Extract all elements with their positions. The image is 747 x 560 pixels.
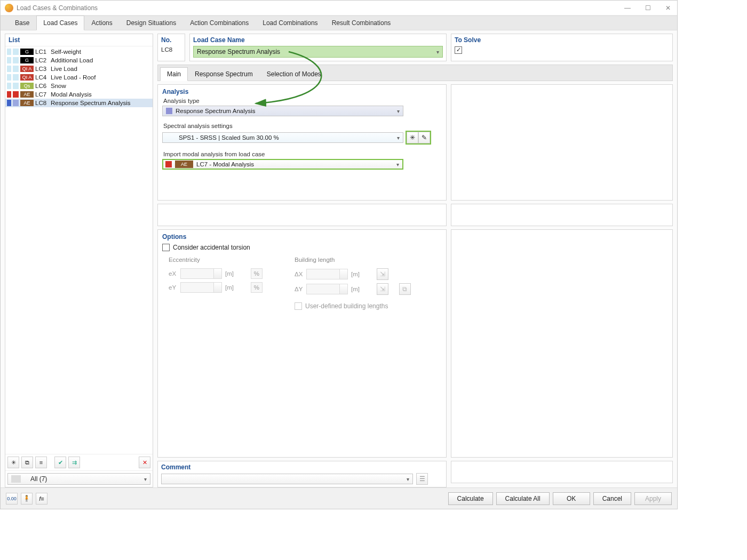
spectral-label: Spectral analysis settings <box>163 123 442 129</box>
app-icon <box>5 4 13 12</box>
load-case-name-value: Response Spectrum Analysis <box>197 48 280 55</box>
to-solve-checkbox[interactable]: ✓ <box>455 46 462 54</box>
tab-actions[interactable]: Actions <box>84 15 119 30</box>
tab-action-combinations[interactable]: Action Combinations <box>183 15 256 30</box>
unit-m: [m] <box>351 286 360 292</box>
dx-label: ΔX <box>295 271 303 277</box>
ey-label: eY <box>169 284 177 291</box>
minimize-button[interactable]: ― <box>623 4 632 12</box>
subtab-bar: Main Response Spectrum Selection of Mode… <box>157 65 673 81</box>
check-icon[interactable]: ✔ <box>54 457 66 468</box>
chevron-down-icon: ▾ <box>436 49 439 55</box>
list-item[interactable]: QI ALC4Live Load - Roof <box>5 73 153 82</box>
tab-load-cases[interactable]: Load Cases <box>36 15 84 30</box>
list-item[interactable]: GLC2Additional Load <box>5 56 153 65</box>
modal-color-swatch <box>165 161 172 167</box>
subtab-main[interactable]: Main <box>160 67 188 81</box>
list-item[interactable]: QI ALC3Live Load <box>5 65 153 73</box>
copy-lengths-icon[interactable]: ⧉ <box>399 283 411 295</box>
list-item[interactable]: AELC7Modal Analysis <box>5 90 153 99</box>
user-defined-label: User-defined building lengths <box>305 302 388 310</box>
delete-icon[interactable]: ✕ <box>139 457 150 468</box>
comment-preview-panel <box>451 461 673 483</box>
ex-label: eX <box>169 270 177 277</box>
ex-input[interactable] <box>180 268 222 279</box>
ok-button[interactable]: OK <box>553 492 590 505</box>
cancel-button[interactable]: Cancel <box>593 492 631 505</box>
new-spectral-icon[interactable]: ✳ <box>407 132 418 143</box>
new-icon[interactable]: ✳ <box>7 457 19 468</box>
dx-input[interactable] <box>306 269 348 279</box>
checkall-icon[interactable]: ⇉ <box>68 457 80 468</box>
name-header: Load Case Name <box>193 36 443 44</box>
options-preview-panel <box>451 229 673 458</box>
list-filter-combo[interactable]: All (7) ▾ <box>7 473 150 485</box>
units-icon[interactable]: 0.00 <box>6 493 18 505</box>
unit-m: [m] <box>225 270 234 277</box>
spectral-settings-value: SPS1 - SRSS | Scaled Sum 30.00 % <box>179 134 279 141</box>
unit-m: [m] <box>351 271 360 277</box>
analysis-type-label: Analysis type <box>163 98 442 104</box>
no-header: No. <box>161 36 181 44</box>
analysis-type-combo[interactable]: Response Spectrum Analysis ▾ <box>162 106 403 116</box>
subtab-selection-of-modes[interactable]: Selection of Modes <box>260 67 328 81</box>
analysis-type-swatch <box>166 108 172 114</box>
user-defined-checkbox[interactable] <box>295 302 302 310</box>
torsion-label: Consider accidental torsion <box>173 244 250 251</box>
analysis-preview-panel <box>451 84 673 201</box>
chevron-down-icon: ▾ <box>397 108 400 114</box>
chevron-down-icon: ▾ <box>144 476 147 482</box>
calculate-all-button[interactable]: Calculate All <box>496 492 550 505</box>
sort-icon[interactable]: ≡ <box>35 457 47 468</box>
list-header: List <box>5 34 153 46</box>
options-header: Options <box>162 233 442 241</box>
torsion-checkbox[interactable] <box>162 244 170 251</box>
top-tabbar: Base Load Cases Actions Design Situation… <box>1 15 677 30</box>
no-value: LC8 <box>161 46 172 53</box>
apply-button[interactable]: Apply <box>634 492 672 505</box>
list-item[interactable]: GLC1Self-weight <box>5 47 153 56</box>
dy-pick-icon[interactable]: ⇲ <box>377 283 388 295</box>
tab-base[interactable]: Base <box>8 15 36 30</box>
maximize-button[interactable]: ☐ <box>643 4 653 12</box>
function-icon[interactable]: f≡ <box>36 493 47 505</box>
close-button[interactable]: ✕ <box>663 4 673 12</box>
tab-design-situations[interactable]: Design Situations <box>120 15 183 30</box>
calculate-button[interactable]: Calculate <box>448 492 493 505</box>
list-item[interactable]: QsLC6Snow <box>5 82 153 90</box>
comment-header: Comment <box>161 463 443 471</box>
load-case-name-combo[interactable]: Response Spectrum Analysis ▾ <box>193 46 443 58</box>
unit-m: [m] <box>225 284 234 291</box>
edit-spectral-icon[interactable]: ✎ <box>418 132 430 143</box>
dy-input[interactable] <box>306 284 348 294</box>
comment-library-icon[interactable]: ☰ <box>416 473 428 485</box>
dx-pick-icon[interactable]: ⇲ <box>377 268 388 280</box>
import-modal-value: LC7 - Modal Analysis <box>196 161 254 167</box>
list-filter-value: All (7) <box>30 475 47 483</box>
analysis-type-value: Response Spectrum Analysis <box>176 108 256 114</box>
building-length-header: Building length <box>295 257 411 263</box>
titlebar: Load Cases & Combinations ― ☐ ✕ <box>1 1 677 15</box>
spacer-panel-right <box>451 204 673 226</box>
load-case-list[interactable]: GLC1Self-weightGLC2Additional LoadQI ALC… <box>5 46 153 454</box>
subtab-response-spectrum[interactable]: Response Spectrum <box>188 67 260 81</box>
ey-pct-button[interactable]: % <box>251 282 263 293</box>
model-icon[interactable]: 🧍 <box>21 493 33 505</box>
comment-combo[interactable]: ▾ <box>161 474 413 484</box>
copy-icon[interactable]: ⧉ <box>21 457 33 468</box>
spectral-settings-combo[interactable]: SPS1 - SRSS | Scaled Sum 30.00 % ▾ <box>162 132 403 143</box>
chevron-down-icon: ▾ <box>396 162 399 167</box>
solve-header: To Solve <box>455 36 669 44</box>
chevron-down-icon: ▾ <box>397 135 400 141</box>
spacer-panel <box>157 204 447 226</box>
tab-load-combinations[interactable]: Load Combinations <box>256 15 324 30</box>
dy-label: ΔY <box>295 286 303 292</box>
list-item[interactable]: AELC8Response Spectrum Analysis <box>5 99 153 107</box>
tab-result-combinations[interactable]: Result Combinations <box>325 15 398 30</box>
ex-pct-button[interactable]: % <box>251 268 263 279</box>
chevron-down-icon: ▾ <box>407 476 409 482</box>
import-modal-combo[interactable]: AE LC7 - Modal Analysis ▾ <box>162 159 403 170</box>
analysis-header: Analysis <box>162 88 442 95</box>
eccentricity-header: Eccentricity <box>169 257 263 263</box>
ey-input[interactable] <box>180 282 222 293</box>
